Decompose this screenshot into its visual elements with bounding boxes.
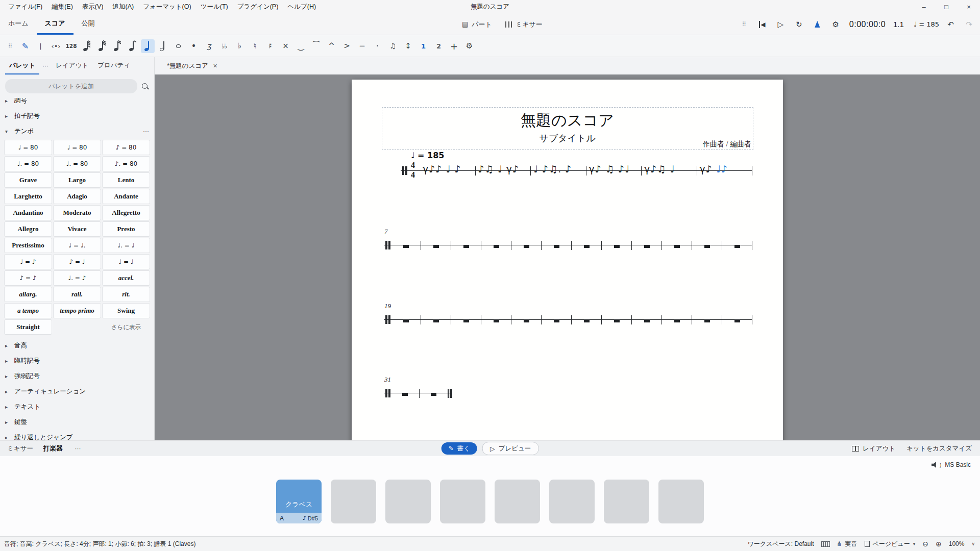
transport-drag-handle[interactable]: ⠿ [737,17,751,31]
sharp-button[interactable]: ♯ [263,39,277,53]
measure[interactable] [391,389,420,398]
tempo-palette-item[interactable]: ♪. = 80 [102,156,150,171]
tempo-palette-item[interactable]: ♩. = ♩ [102,238,150,253]
measure[interactable] [542,315,572,324]
tempo-palette-item[interactable]: Adagio [53,189,101,204]
menu-item[interactable]: ツール(T) [197,1,232,13]
close-tab-icon[interactable]: ✕ [213,63,217,69]
drum-pad[interactable] [604,480,649,523]
note-32-button[interactable] [95,39,109,53]
measure[interactable]: γ♪ ♫ ♪♩ [586,166,642,176]
add-button[interactable]: + [447,39,461,53]
measure[interactable] [692,315,722,324]
measure[interactable]: γ♪ ♩♪ [697,166,753,176]
note-group[interactable]: γ♪♫ ♩ [644,163,675,174]
maximize-button[interactable]: □ [935,0,958,14]
score-tab[interactable]: *無題のスコア ✕ [161,57,224,74]
tempo-palette-item[interactable]: Prestissimo [4,238,52,253]
measure[interactable]: ♩ ♪♫. ♪ [531,166,586,176]
tempo-palette-item[interactable]: ♪ = 80 [102,140,150,155]
zoom-chevron-icon[interactable]: ∨ [971,541,975,546]
tab-mixer-bottom[interactable]: ミキサー [7,444,33,453]
measure[interactable] [572,315,602,324]
tab-palettes[interactable]: パレット [5,57,39,74]
tempo-palette-item[interactable]: Allegretto [102,205,150,220]
palette-section-collapsed[interactable]: ▸鍵盤 [0,414,154,430]
palette-section-collapsed[interactable]: ▸アーティキュレーション [0,384,154,399]
palette-section-collapsed[interactable]: ▸臨時記号 [0,353,154,368]
play-button[interactable]: ▷ [774,17,788,31]
customize-kit-button[interactable]: キットをカスタマイズ [906,444,972,453]
tempo-palette-item[interactable]: ♩ = 80 [4,140,52,155]
note-input-button[interactable]: ✎ [18,39,32,53]
tempo-palette-item[interactable]: ♩ = 80 [53,140,101,155]
measure[interactable] [722,315,752,324]
staff-system[interactable]: 31 [384,382,452,405]
measure[interactable] [542,241,572,250]
measure[interactable] [391,241,421,250]
tab-publish[interactable]: 公開 [74,14,103,35]
tempo-palette-item[interactable]: rit. [102,287,150,302]
tempo-palette-item[interactable]: ♩ = ♩. [53,238,101,253]
drum-pad[interactable] [495,480,540,523]
measure[interactable]: ♪♫ ♩ γ♪ [476,166,531,176]
natural-button[interactable]: ♮ [248,39,262,53]
measure[interactable] [420,389,448,398]
menu-item[interactable]: ファイル(F) [4,1,46,13]
metronome-button[interactable] [811,17,824,31]
palette-search-input[interactable] [5,79,137,93]
score-page[interactable]: 無題のスコア サブタイトル 作曲者 / 編曲者 ♩ = 185 44γ♪♪ ♩ … [352,80,783,440]
palette-list[interactable]: ▸調号▸拍子記号▾テンポ···♩ = 80♩ = 80♪ = 80♩. = 80… [0,98,154,440]
zoom-out-button[interactable]: ⊖ [922,540,928,548]
palette-section-collapsed[interactable]: ▸テキスト [0,399,154,414]
measure[interactable] [632,315,662,324]
tempo-palette-item[interactable]: rall. [53,287,101,302]
toolbar-drag-handle[interactable]: ⠿ [3,39,17,53]
measure[interactable] [511,241,542,250]
tempo-palette-item[interactable]: Andantino [4,205,52,220]
measure[interactable] [481,241,511,250]
palette-section-menu-icon[interactable]: ··· [143,128,149,135]
tempo-palette-item[interactable]: Vivace [53,221,101,237]
tempo-palette-item[interactable]: ♩. = ♪ [53,270,101,286]
measure[interactable] [632,241,662,250]
tab-home[interactable]: ホーム [0,14,37,35]
zoom-in-button[interactable]: ⊕ [936,540,942,548]
note-16-button[interactable] [110,39,124,53]
show-more-button[interactable]: さらに表示 [102,319,150,335]
marcato-button[interactable]: ^ [325,39,338,53]
tempo-palette-item[interactable]: Allegro [4,221,52,237]
note-quarter-button[interactable] [141,39,155,53]
score-canvas[interactable]: 無題のスコア サブタイトル 作曲者 / 編曲者 ♩ = 185 44γ♪♪ ♩ … [155,74,980,440]
drum-pad[interactable] [658,480,704,523]
tab-properties[interactable]: プロパティ [93,57,134,74]
tempo-palette-item[interactable]: Straight [4,319,52,335]
time-signature[interactable]: 44 [408,160,420,182]
concert-pitch-toggle[interactable]: ⋔ 実音 [837,540,857,548]
note-128-button[interactable]: 128 [64,39,78,53]
note-256-button[interactable]: ‹•› [49,39,63,53]
undo-button[interactable]: ↶ [944,17,958,31]
zoom-level[interactable]: 100% [949,540,965,547]
mixer-button[interactable]: ミキサー [505,20,543,29]
midi-keyboard-icon[interactable] [821,541,830,547]
loop-playback-button[interactable]: ↻ [792,17,806,31]
menu-item[interactable]: フォーマット(O) [139,1,195,13]
tuplet-button[interactable]: ♫ [386,39,400,53]
measure[interactable] [602,315,632,324]
tempo-palette-item[interactable]: ♩. = 80 [53,156,101,171]
tempo-palette-item[interactable]: Grave [4,172,52,188]
palette-section-expanded[interactable]: ▾テンポ··· [0,123,154,139]
minimize-button[interactable]: – [913,0,935,14]
tempo-palette-item[interactable]: Largo [53,172,101,188]
voice-1-button[interactable]: 1 [416,39,430,53]
measure[interactable] [481,315,511,324]
measure[interactable] [391,315,421,324]
note-64-button[interactable] [80,39,93,53]
tempo-palette-item[interactable]: tempo primo [53,303,101,318]
palette-section-collapsed[interactable]: ▸音高 [0,338,154,353]
tempo-palette-item[interactable]: Moderato [53,205,101,220]
preview-mode-button[interactable]: ▷ プレビュー [482,442,538,455]
search-icon[interactable] [141,83,149,90]
tempo-palette-item[interactable]: Presto [102,221,150,237]
